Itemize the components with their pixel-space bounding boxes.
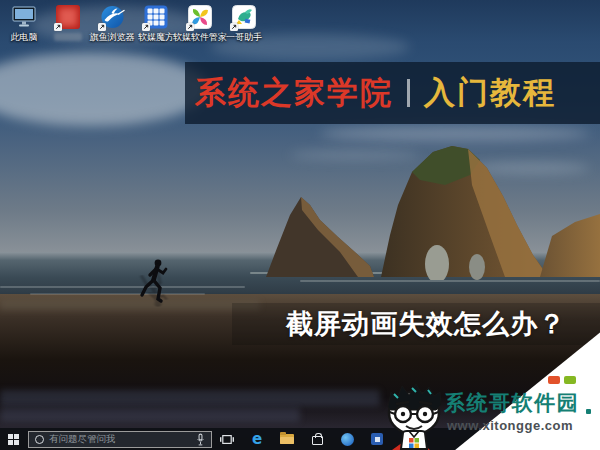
store-button[interactable] [302, 428, 332, 450]
desktop-icon-mofang[interactable]: 软媒魔方 [134, 4, 178, 42]
search-placeholder: 有问题尽管问我 [49, 433, 191, 446]
icon-label: 旗鱼浏览器 [90, 33, 135, 42]
icon-label: 此电脑 [11, 33, 38, 42]
banner-separator [407, 79, 410, 107]
accent-square-green [564, 376, 576, 384]
title-banner: 系统之家学院 入门教程 [185, 62, 600, 124]
shortcut-arrow-icon [142, 23, 150, 31]
site-watermark: 系统哥软件园 www.xitongge.com [370, 325, 600, 450]
blurred-label [54, 33, 82, 41]
desktop-icon-blurred-app[interactable] [46, 4, 90, 42]
file-explorer-button[interactable] [272, 428, 302, 450]
file-explorer-icon [280, 434, 294, 444]
desktop-screenshot: 此电脑 [0, 0, 600, 450]
sailfish-browser-icon [99, 4, 125, 30]
desktop-icon-row: 此电脑 [2, 4, 266, 42]
person-reflection [136, 266, 176, 309]
rock-formations [245, 135, 600, 280]
cube-grid-icon [143, 4, 169, 30]
accent-square-orange [548, 376, 560, 384]
shortcut-arrow-icon [98, 23, 106, 31]
cortana-circle-icon [35, 435, 44, 444]
pinwheel-icon [187, 4, 213, 30]
desktop-icon-software-manager[interactable]: 软媒软件管家 [178, 4, 222, 42]
store-icon [312, 436, 323, 445]
sand-reflection [0, 300, 260, 310]
sea-foam [300, 280, 600, 282]
red-app-icon [55, 4, 81, 30]
microphone-icon[interactable] [196, 433, 205, 446]
banner-title-secondary: 入门教程 [424, 72, 556, 114]
browser-globe-icon [341, 433, 354, 446]
icon-label: 软媒魔方 [138, 33, 174, 42]
search-input[interactable]: 有问题尽管问我 [28, 431, 212, 448]
sea-foam [30, 293, 205, 295]
edge-browser-button[interactable]: e [242, 428, 272, 450]
sand-reflection [0, 408, 300, 422]
sand-reflection [0, 390, 380, 406]
desktop-icon-sailfish-browser[interactable]: 旗鱼浏览器 [90, 4, 134, 42]
sea-foam [0, 286, 245, 288]
task-view-icon [220, 434, 234, 445]
watermark-dot [586, 409, 591, 414]
browser-app-button[interactable] [332, 428, 362, 450]
start-button[interactable] [0, 428, 26, 450]
desktop-icon-assistant[interactable]: 一哥助手 [222, 4, 266, 42]
windows-logo-icon [8, 434, 19, 445]
icon-label: 一哥助手 [226, 33, 262, 42]
task-view-button[interactable] [212, 428, 242, 450]
shortcut-arrow-icon [186, 23, 194, 31]
shortcut-arrow-icon [230, 23, 238, 31]
banner-title-primary: 系统之家学院 [195, 72, 393, 114]
watermark-site-name: 系统哥软件园 [444, 389, 579, 417]
desktop-icon-this-pc[interactable]: 此电脑 [2, 4, 46, 42]
computer-icon [11, 4, 37, 30]
shortcut-arrow-icon [54, 23, 62, 31]
edge-icon: e [252, 430, 262, 448]
bird-app-icon [231, 4, 257, 30]
icon-label: 软媒软件管家 [173, 33, 227, 42]
mascot-icon [376, 381, 456, 450]
watermark-site-url: www.xitongge.com [447, 418, 573, 433]
